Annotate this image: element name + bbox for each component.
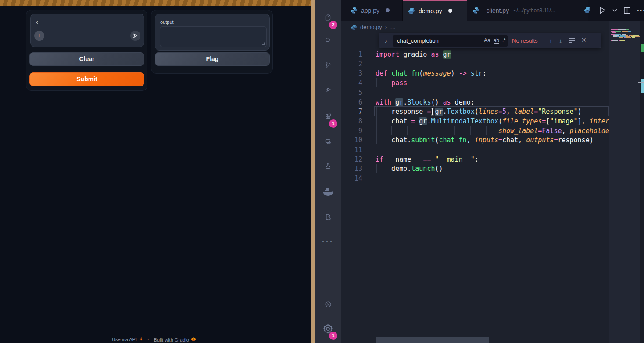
sidebar-item-extensions[interactable]: 1	[315, 106, 341, 127]
horizontal-scrollbar[interactable]	[376, 337, 489, 343]
use-via-api-link[interactable]: Use via API	[112, 337, 137, 343]
code-token: demo:	[451, 98, 475, 106]
line-number[interactable]: 8	[341, 116, 362, 126]
send-button[interactable]	[130, 31, 140, 41]
code-line[interactable]: 14	[341, 173, 609, 183]
code-token: ],	[578, 117, 590, 125]
code-line[interactable]: 1import gradio as gr	[341, 50, 609, 59]
code-token: =	[534, 108, 538, 116]
line-number[interactable]: 13	[341, 164, 362, 173]
code-line[interactable]: 12if __name__ == "__main__":	[341, 155, 609, 164]
flag-button[interactable]: Flag	[155, 52, 270, 66]
toggle-replace-chevron[interactable]: ›	[379, 37, 393, 45]
sidebar-item-docker[interactable]	[315, 181, 341, 202]
match-case-toggle[interactable]: Aa	[484, 37, 490, 44]
code-token: str	[471, 69, 483, 77]
output-label: output	[160, 19, 174, 25]
account-button[interactable]	[315, 294, 341, 315]
find-next-button[interactable]: ↓	[559, 37, 562, 44]
settings-button[interactable]: 1	[315, 318, 341, 339]
run-dropdown-button[interactable]	[612, 9, 617, 12]
minimap-segment	[613, 36, 617, 37]
line-number[interactable]: 14	[341, 173, 362, 183]
find-previous-button[interactable]: ↑	[549, 37, 553, 44]
find-in-selection-button[interactable]	[569, 37, 575, 44]
code-token: "image"	[550, 117, 577, 125]
send-icon	[132, 33, 138, 39]
code-text: response = gr.Textbox(lines=5, label="Re…	[376, 107, 582, 116]
code-token: submit	[411, 136, 435, 144]
window-resize-sash[interactable]	[311, 0, 315, 343]
code-text: demo.launch()	[376, 164, 443, 173]
code-token: response	[376, 108, 427, 116]
code-token: launch	[411, 165, 435, 173]
activity-bar: 2 1	[315, 0, 341, 343]
sidebar-item-search[interactable]	[315, 30, 341, 51]
line-number[interactable]: 10	[341, 135, 362, 145]
gradio-input-column: x + Clear Submit	[26, 10, 147, 91]
code-line[interactable]: 2	[341, 59, 609, 69]
code-line[interactable]: 5	[341, 88, 609, 97]
sidebar-item-remote-explorer[interactable]	[315, 131, 341, 152]
output-group: output	[155, 14, 270, 51]
extensions-icon	[325, 113, 332, 120]
code-line[interactable]: 6with gr.Blocks() as demo:	[341, 97, 609, 107]
sidebar-item-dev-containers[interactable]	[315, 206, 341, 227]
line-number[interactable]: 12	[341, 155, 362, 164]
minimap[interactable]	[609, 21, 640, 343]
whole-word-toggle[interactable]: ab	[494, 37, 499, 44]
code-token: interactive	[590, 117, 609, 125]
extensions-badge: 1	[329, 119, 337, 128]
code-token: =	[498, 108, 502, 116]
regex-toggle[interactable]: .*	[502, 37, 506, 44]
sidebar-item-source-control[interactable]	[315, 54, 341, 76]
multimodal-textbox[interactable]: x +	[30, 14, 144, 47]
sidebar-item-testing[interactable]	[315, 155, 341, 177]
chevron-down-icon	[612, 9, 617, 12]
attach-file-button[interactable]: +	[34, 31, 44, 41]
minimap-segment	[635, 36, 640, 37]
built-with-gradio-link[interactable]: Built with Gradio	[154, 337, 189, 343]
line-number[interactable]: 9	[341, 126, 362, 136]
line-number[interactable]: 5	[341, 88, 362, 97]
resize-handle-icon[interactable]	[261, 42, 265, 45]
code-token: gradio	[399, 51, 431, 58]
find-input[interactable]: chat_completion Aa ab .*	[393, 35, 508, 47]
minimap-segment	[626, 29, 629, 30]
code-line[interactable]: 11	[341, 145, 609, 155]
code-line[interactable]: 9 show_label=False, placeholder=	[341, 126, 609, 136]
minimap-segment	[613, 39, 616, 40]
sidebar-item-explorer[interactable]: 2	[315, 7, 341, 28]
code-token: chat.	[376, 136, 411, 144]
line-number[interactable]: 3	[341, 69, 362, 78]
line-number[interactable]: 1	[341, 50, 362, 59]
code-line[interactable]: 13 demo.launch()	[341, 164, 609, 173]
code-token: =	[538, 127, 542, 135]
close-find-button[interactable]: ×	[582, 37, 587, 44]
code-token: ==	[423, 155, 431, 163]
sidebar-item-run-debug[interactable]	[315, 79, 341, 100]
minimap-segment	[615, 31, 621, 32]
minimap-segment	[631, 39, 634, 40]
line-number[interactable]: 6	[341, 97, 362, 107]
find-in-selection-icon	[569, 38, 575, 43]
code-line[interactable]: 10 chat.submit(chat_fn, inputs=chat, out…	[341, 135, 609, 145]
line-number[interactable]: 11	[341, 145, 362, 155]
line-number[interactable]: 2	[341, 59, 362, 69]
split-editor-button[interactable]	[623, 7, 631, 14]
code-line[interactable]: 3def chat_fn(message) -> str:	[341, 69, 609, 78]
code-token: def	[376, 69, 387, 77]
line-number[interactable]: 4	[341, 78, 362, 88]
clear-button[interactable]: Clear	[29, 52, 144, 66]
sidebar-item-more-views[interactable]: ···	[315, 231, 341, 252]
code-line[interactable]: 8 chat = gr.MultimodalTextbox(file_types…	[341, 116, 609, 126]
test-beaker-icon	[325, 162, 332, 170]
line-number[interactable]: 7	[341, 107, 362, 116]
code-area[interactable]: 1import gradio as gr23def chat_fn(messag…	[341, 0, 609, 343]
code-line[interactable]: 7 response = gr.Textbox(lines=5, label="…	[341, 107, 609, 116]
more-actions-button[interactable]: ···	[637, 6, 644, 15]
submit-button[interactable]: Submit	[29, 72, 144, 86]
output-textarea[interactable]	[160, 26, 267, 47]
code-line[interactable]: 4 pass	[341, 78, 609, 88]
code-token: import	[376, 51, 399, 58]
